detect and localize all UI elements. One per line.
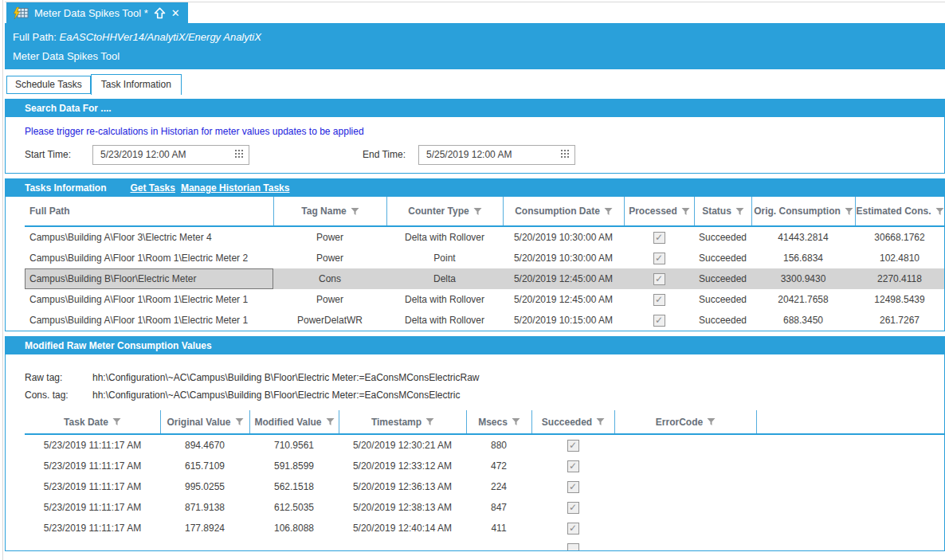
- filter-icon[interactable]: [845, 207, 853, 216]
- tag-name-cell: PowerDelatWR: [273, 315, 386, 326]
- filter-icon[interactable]: [707, 417, 716, 426]
- orig-consumption-cell: 20421.7658: [751, 294, 855, 305]
- processed-cell: [624, 314, 694, 326]
- processed-checkbox[interactable]: [653, 253, 665, 264]
- original-value-cell: 871.9138: [160, 502, 249, 513]
- column-header-counter-type[interactable]: Counter Type: [386, 197, 503, 225]
- table-row[interactable]: 5/23/2019 11:11:17 AM 615.7109 591.8599 …: [25, 456, 944, 476]
- tab-task-information[interactable]: Task Information: [91, 74, 182, 95]
- filter-icon[interactable]: [681, 207, 690, 216]
- status-cell: Succeeded: [694, 273, 751, 284]
- msecs-cell: 880: [466, 440, 531, 451]
- table-row[interactable]: Campus\Building B\Floor\Electric Meter C…: [25, 268, 944, 289]
- modified-value-cell: 562.1518: [249, 481, 339, 492]
- processed-checkbox[interactable]: [653, 232, 665, 244]
- modified-value-cell: 591.8599: [249, 460, 339, 472]
- orig-consumption-cell: 41443.2814: [751, 232, 855, 243]
- orig-consumption-cell: 156.6834: [751, 253, 855, 264]
- succeeded-checkbox[interactable]: [567, 440, 579, 452]
- tag-name-cell: Power: [273, 253, 386, 264]
- task-date-cell: 5/23/2019 11:11:17 AM: [25, 502, 160, 513]
- table-row[interactable]: Campus\Building A\Floor 3\Electric Meter…: [25, 227, 944, 248]
- end-time-input[interactable]: 5/25/2019 12:00 AM: [418, 145, 575, 165]
- filter-icon[interactable]: [112, 417, 121, 426]
- succeeded-checkbox[interactable]: [567, 481, 579, 493]
- table-row[interactable]: 5/23/2019 11:11:17 AM 871.9138 612.5035 …: [25, 497, 944, 518]
- estimated-cons-cell: 102.4810: [855, 253, 944, 264]
- succeeded-checkbox[interactable]: [567, 543, 579, 550]
- tab-strip: Schedule Tasks Task Information: [5, 72, 945, 94]
- timestamp-cell: 5/20/2019 12:30:21 AM: [339, 440, 466, 451]
- succeeded-checkbox[interactable]: [567, 523, 579, 535]
- document-tab[interactable]: Meter Data Spikes Tool * ✕: [6, 2, 188, 23]
- succeeded-cell: [531, 460, 614, 472]
- manage-historian-tasks-link[interactable]: Manage Historian Tasks: [181, 182, 290, 194]
- column-header-errorcode[interactable]: ErrorCode: [614, 410, 756, 433]
- column-header-orig-consumption[interactable]: Orig. Consumption: [751, 197, 855, 225]
- estimated-cons-cell: 30668.1762: [855, 232, 944, 243]
- succeeded-checkbox[interactable]: [567, 460, 579, 472]
- filter-icon[interactable]: [935, 207, 944, 216]
- end-time-value: 5/25/2019 12:00 AM: [426, 149, 512, 160]
- cons-tag-label: Cons. tag:: [25, 390, 92, 401]
- column-header-consumption-date[interactable]: Consumption Date: [503, 197, 624, 225]
- tasks-table: Full Path Tag Name Counter Type Consumpt…: [25, 197, 944, 331]
- column-header-task-date[interactable]: Task Date: [25, 410, 160, 433]
- tab-schedule-tasks[interactable]: Schedule Tasks: [6, 76, 91, 94]
- header-band: Full Path: EaASCtoHHVer14/AnalytiX/Energ…: [5, 23, 945, 69]
- filter-icon[interactable]: [473, 207, 482, 216]
- filter-icon[interactable]: [596, 417, 605, 426]
- orig-consumption-cell: 688.3450: [751, 315, 855, 326]
- filter-icon[interactable]: [512, 417, 520, 426]
- estimated-cons-cell: 261.7267: [855, 315, 944, 326]
- counter-type-cell: Delta with Rollover: [386, 232, 503, 243]
- msecs-cell: 847: [466, 502, 531, 513]
- search-data-section: Search Data For .... Please trigger re-c…: [5, 99, 945, 174]
- document-tab-title: Meter Data Spikes Tool *: [34, 7, 148, 19]
- processed-checkbox[interactable]: [653, 315, 665, 327]
- date-picker-icon[interactable]: [235, 149, 243, 160]
- task-date-cell: 5/23/2019 11:11:17 AM: [25, 460, 160, 472]
- filter-icon[interactable]: [604, 207, 613, 216]
- processed-cell: [624, 272, 694, 284]
- status-cell: Succeeded: [694, 253, 751, 264]
- tasks-table-header: Full Path Tag Name Counter Type Consumpt…: [25, 197, 944, 227]
- table-row[interactable]: Campus\Building A\Floor 1\Room 1\Electri…: [25, 310, 944, 331]
- historian-recalculation-notice: Please trigger re-calculations in Histor…: [25, 126, 944, 137]
- start-time-input[interactable]: 5/23/2019 12:00 AM: [92, 145, 249, 165]
- processed-cell: [624, 252, 694, 264]
- undock-icon[interactable]: [154, 7, 166, 19]
- column-header-succeeded[interactable]: Succeeded: [531, 410, 614, 433]
- filter-icon[interactable]: [425, 417, 434, 426]
- column-header-original-value[interactable]: Original Value: [160, 410, 249, 433]
- table-row[interactable]: 5/23/2019 11:11:17 AM 177.8924 106.8088 …: [25, 518, 944, 538]
- column-header-full-path[interactable]: Full Path: [25, 197, 273, 225]
- filter-icon[interactable]: [235, 417, 244, 426]
- full-path-cell: Campus\Building A\Floor 1\Room 1\Electri…: [25, 294, 273, 305]
- column-header-modified-value[interactable]: Modified Value: [249, 410, 339, 433]
- tasks-information-section: Tasks Information Get Tasks Manage Histo…: [5, 178, 945, 331]
- table-row[interactable]: Campus\Building A\Floor 1\Room 1\Electri…: [25, 248, 944, 268]
- full-path-label: Full Path:: [13, 31, 57, 43]
- table-row[interactable]: 5/23/2019 11:11:17 AM 894.4670 710.9561 …: [25, 435, 944, 456]
- get-tasks-link[interactable]: Get Tasks: [130, 182, 174, 194]
- table-row[interactable]: Campus\Building A\Floor 1\Room 1\Electri…: [25, 289, 944, 310]
- filter-icon[interactable]: [326, 417, 335, 426]
- filter-icon[interactable]: [735, 207, 744, 216]
- column-header-processed[interactable]: Processed: [624, 197, 694, 225]
- counter-type-cell: Delta with Rollover: [386, 315, 503, 326]
- column-header-msecs[interactable]: Msecs: [466, 410, 531, 433]
- processed-checkbox[interactable]: [653, 294, 665, 306]
- column-header-timestamp[interactable]: Timestamp: [339, 410, 466, 433]
- counter-type-cell: Delta with Rollover: [386, 294, 503, 305]
- close-icon[interactable]: ✕: [171, 8, 180, 18]
- column-header-tag-name[interactable]: Tag Name: [273, 197, 386, 225]
- filter-icon[interactable]: [351, 207, 359, 216]
- modified-values-table: Task Date Original Value Modified Value …: [25, 410, 944, 550]
- processed-checkbox[interactable]: [653, 273, 665, 285]
- date-picker-icon[interactable]: [561, 149, 569, 160]
- column-header-status[interactable]: Status: [694, 197, 751, 225]
- column-header-estimated-cons[interactable]: Estimated Cons.: [855, 197, 944, 225]
- table-row[interactable]: 5/23/2019 11:11:17 AM 995.0255 562.1518 …: [25, 476, 944, 497]
- succeeded-checkbox[interactable]: [567, 502, 579, 514]
